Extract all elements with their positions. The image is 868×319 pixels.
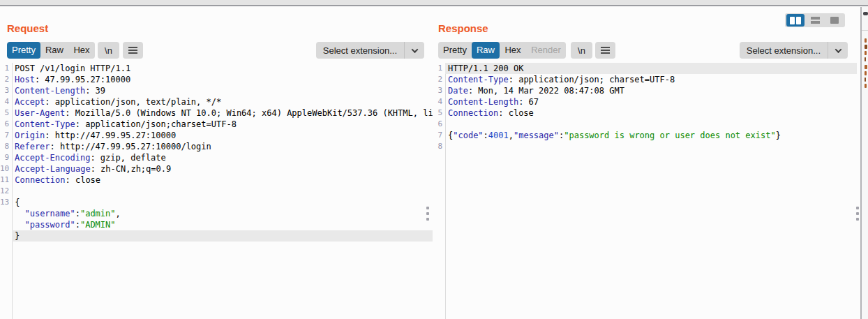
tab-raw[interactable]: Raw <box>472 42 500 59</box>
line-number: 2 <box>434 74 445 85</box>
code-line[interactable]: 6Content-Type: application/json;charset=… <box>0 119 433 130</box>
tab-render[interactable]: Render <box>526 42 566 59</box>
select-extension-label: Select extension... <box>316 45 404 56</box>
tab-hex[interactable]: Hex <box>500 42 526 59</box>
response-viewer[interactable]: 1HTTP/1.1 200 OK2Content-Type: applicati… <box>434 63 857 152</box>
tab-pretty[interactable]: Pretty <box>438 42 472 59</box>
code-text: Content-Length: 67 <box>445 96 857 107</box>
newline-toggle-button[interactable]: \n <box>98 42 119 59</box>
hamburger-icon <box>128 50 137 51</box>
select-extension-label: Select extension... <box>740 45 828 56</box>
code-line[interactable]: 2Host: 47.99.95.27:10000 <box>0 74 433 85</box>
inspector-cropped-text <box>865 45 867 49</box>
tab-raw[interactable]: Raw <box>40 42 68 59</box>
code-line[interactable]: 7{"code":4001,"message":"password is wro… <box>434 130 857 141</box>
select-extension-dropdown[interactable]: Select extension... <box>316 42 424 59</box>
inspector-cropped-text <box>865 71 867 75</box>
code-line[interactable]: 4Accept: application/json, text/plain, *… <box>0 96 433 107</box>
columns-layout-icon <box>790 17 795 24</box>
request-editor[interactable]: 1POST /v1/login HTTP/1.12Host: 47.99.95.… <box>0 63 433 242</box>
code-line[interactable]: } <box>0 230 433 242</box>
code-line[interactable]: 8Referer: http://47.99.95.27:10000/login <box>0 141 433 152</box>
code-text <box>12 186 433 197</box>
code-line[interactable]: 10Accept-Language: zh-CN,zh;q=0.9 <box>0 163 433 175</box>
inspector-header-divider <box>862 30 868 31</box>
line-number: 8 <box>0 141 12 152</box>
code-line[interactable]: 5User-Agent: Mozilla/5.0 (Windows NT 10.… <box>0 107 433 119</box>
code-text: POST /v1/login HTTP/1.1 <box>12 63 433 74</box>
tab-hex[interactable]: Hex <box>68 42 95 59</box>
columns-layout-button[interactable] <box>786 14 805 27</box>
line-number: 11 <box>0 175 12 186</box>
code-line[interactable]: 1POST /v1/login HTTP/1.1 <box>0 63 433 74</box>
chevron-down-icon <box>828 42 848 59</box>
code-line[interactable]: 4Content-Length: 67 <box>434 96 857 107</box>
line-number: 13 <box>0 197 12 208</box>
line-number: 12 <box>0 186 12 197</box>
code-line[interactable]: 9Accept-Encoding: gzip, deflate <box>0 152 433 163</box>
inspector-splitter-grip[interactable] <box>856 207 859 209</box>
request-panel: Request Pretty Raw Hex \n Select extensi… <box>0 6 433 319</box>
code-line[interactable]: 3Content-Length: 39 <box>0 85 433 96</box>
code-text: HTTP/1.1 200 OK <box>445 63 857 74</box>
line-number: 3 <box>0 85 12 96</box>
code-text: Date: Mon, 14 Mar 2022 08:47:08 GMT <box>445 85 857 96</box>
rows-layout-button[interactable] <box>806 14 824 27</box>
code-text: Accept-Encoding: gzip, deflate <box>12 152 433 163</box>
line-number: 7 <box>0 130 12 141</box>
code-line[interactable]: 3Date: Mon, 14 Mar 2022 08:47:08 GMT <box>434 85 857 96</box>
top-divider-bar <box>0 0 868 6</box>
editor-menu-button[interactable] <box>595 42 615 59</box>
line-number: 1 <box>434 63 445 74</box>
layout-toggle-group <box>785 13 845 27</box>
select-extension-dropdown[interactable]: Select extension... <box>740 42 848 59</box>
line-number: 10 <box>0 163 12 175</box>
code-text <box>445 141 857 152</box>
line-number: 1 <box>0 63 12 74</box>
chevron-down-icon <box>405 42 424 59</box>
code-text: Content-Type: application/json; charset=… <box>445 74 857 85</box>
newline-toggle-button[interactable]: \n <box>571 42 592 59</box>
code-line[interactable]: 2Content-Type: application/json; charset… <box>434 74 857 85</box>
code-line[interactable]: 12 <box>0 186 433 197</box>
request-format-tabs: Pretty Raw Hex <box>7 42 95 59</box>
inspector-splitter-grip[interactable] <box>856 218 859 221</box>
code-line[interactable]: "password":"ADMIN" <box>0 219 433 230</box>
code-line[interactable]: 8 <box>434 141 857 152</box>
code-text: User-Agent: Mozilla/5.0 (Windows NT 10.0… <box>12 107 433 119</box>
tab-pretty[interactable]: Pretty <box>7 42 40 59</box>
line-number <box>0 230 12 242</box>
code-line[interactable]: "username":"admin", <box>0 208 433 219</box>
request-response-splitter-grip[interactable] <box>426 207 429 209</box>
code-line[interactable]: 1HTTP/1.1 200 OK <box>434 63 857 74</box>
line-number <box>0 208 12 219</box>
inspector-cropped-text <box>865 51 867 55</box>
code-line[interactable]: 5Connection: close <box>434 107 857 119</box>
code-text: Host: 47.99.95.27:10000 <box>12 74 433 85</box>
code-text: Content-Type: application/json;charset=U… <box>12 119 433 130</box>
code-line[interactable]: 7Origin: http://47.99.95.27:10000 <box>0 130 433 141</box>
code-text <box>445 119 857 130</box>
response-panel: Response Pretty Raw Hex Render \n Select… <box>434 6 857 319</box>
code-text: "username":"admin", <box>12 208 433 219</box>
editor-menu-button[interactable] <box>123 42 143 59</box>
request-response-splitter-grip[interactable] <box>426 218 429 221</box>
code-text: { <box>12 197 433 208</box>
request-panel-title: Request <box>7 22 48 34</box>
code-line[interactable]: 6 <box>434 119 857 130</box>
code-line[interactable]: 13{ <box>0 197 433 208</box>
line-number: 4 <box>0 96 12 107</box>
response-format-tabs: Pretty Raw Hex Render <box>438 42 566 59</box>
request-response-splitter-grip[interactable] <box>426 212 429 215</box>
code-text: Origin: http://47.99.95.27:10000 <box>12 130 433 141</box>
inspector-splitter-grip[interactable] <box>856 212 859 215</box>
line-number: 6 <box>434 119 445 130</box>
line-number: 5 <box>434 107 445 119</box>
code-text: Connection: close <box>445 107 857 119</box>
inspector-cropped-text <box>865 77 866 82</box>
code-text: Content-Length: 39 <box>12 85 433 96</box>
columns-layout-icon <box>796 17 801 24</box>
code-line[interactable]: 11Connection: close <box>0 175 433 186</box>
line-number: 5 <box>0 107 12 119</box>
single-pane-layout-button[interactable] <box>825 14 844 27</box>
